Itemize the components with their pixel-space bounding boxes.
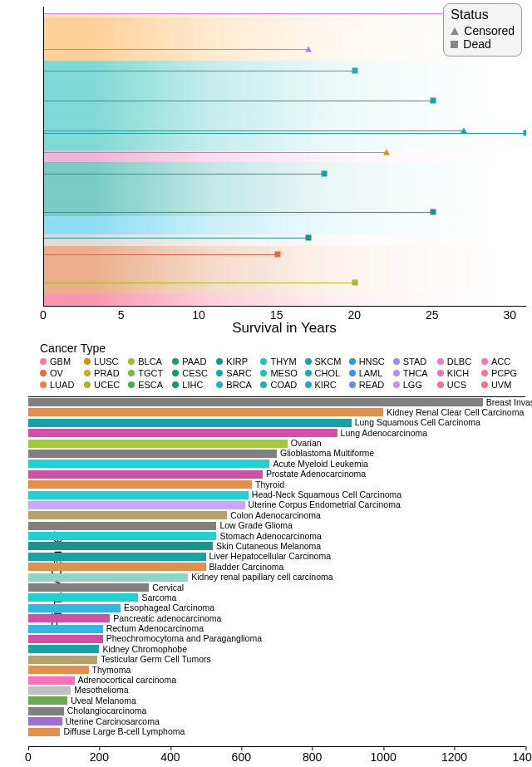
bar-label: Esophageal Carcinoma — [124, 602, 214, 612]
bar-label: Adrenocortical carcinoma — [78, 675, 176, 685]
bar-row: Glioblastoma Multiforme — [28, 449, 525, 459]
cancer-type-item: CESC — [172, 368, 216, 378]
bar-x-tick: 1400 — [512, 750, 532, 764]
bar — [28, 593, 138, 602]
bar — [28, 645, 99, 653]
bar-label: Uterine Carcinosarcoma — [66, 716, 160, 726]
bar-x-tick: 600 — [232, 750, 251, 764]
bar — [28, 532, 216, 540]
bar-x-tick: 1000 — [371, 750, 397, 764]
bar — [28, 511, 227, 519]
legend-dot-icon — [40, 370, 47, 376]
bar — [28, 583, 149, 592]
bar-label: Ovarian — [291, 438, 322, 448]
bar — [28, 429, 337, 437]
bar — [28, 522, 216, 530]
bar-label: Sarcoma — [141, 592, 176, 602]
bar-x-tick: 1200 — [441, 750, 467, 764]
scatter-x-tick: 5 — [118, 308, 125, 322]
cancer-type-item: BRCA — [216, 380, 260, 390]
bar-x-tick: 0 — [25, 750, 32, 764]
legend-dot-icon — [437, 370, 444, 376]
cancer-type-item: KIRC — [305, 380, 349, 390]
bar-chart: Primary Cancer Breast Invasive Carcinoma… — [28, 396, 525, 746]
legend-dot-icon — [393, 358, 400, 365]
bar-row: Uterine Corpus Endometrial Carcinoma — [28, 500, 525, 510]
bar-label: Skin Cutaneous Melanoma — [216, 541, 321, 551]
bar — [28, 614, 110, 622]
bar-label: Stomach Adenocarcinoma — [219, 531, 322, 541]
bar-label: Thymoma — [92, 665, 131, 675]
bar — [28, 460, 269, 468]
bar — [28, 542, 213, 550]
bar-label: Cholangiocarcinoma — [67, 706, 147, 715]
bar-label: Thyroid — [255, 479, 284, 489]
legend-dot-icon — [84, 370, 91, 376]
legend-dot-icon — [172, 358, 179, 365]
status-legend-title: Status — [451, 7, 515, 22]
cancer-type-item: CHOL — [305, 368, 349, 378]
legend-dot-icon — [128, 370, 135, 376]
bar-row: Cholangiocarcinoma — [28, 706, 525, 716]
bar-row: Adrenocortical carcinoma — [28, 676, 525, 686]
bar-label: Prostate Adenocarcinoma — [266, 469, 366, 479]
scatter-x-tick: 30 — [503, 308, 516, 322]
bar — [28, 440, 288, 448]
bar-row: Cervical — [28, 583, 525, 592]
bar — [28, 717, 62, 725]
bar — [28, 728, 60, 736]
bar-label: Diffuse Large B-cell Lymphoma — [63, 726, 185, 736]
bar-row: Breast Invasive Carcinoma — [28, 397, 525, 407]
scatter-x-tick: 15 — [270, 308, 283, 322]
bar-label: Mesothelioma — [74, 685, 128, 695]
legend-dot-icon — [172, 370, 179, 376]
cancer-type-item: KICH — [437, 368, 481, 378]
bar-row: Head-Neck Squamous Cell Carcinoma — [28, 490, 525, 500]
cancer-type-item: LIHC — [172, 380, 216, 390]
bar-label: Uveal Melanoma — [71, 696, 136, 706]
cancer-type-item: THYM — [260, 356, 304, 366]
bar-row: Esophageal Carcinoma — [28, 603, 525, 613]
bar-label: Pheochromocytoma and Paraganglioma — [106, 633, 262, 643]
cancer-type-item: ESCA — [128, 380, 172, 390]
bar-row: Liver Hepatocellular Carcinoma — [28, 552, 525, 562]
bar — [28, 696, 67, 705]
cancer-type-legend-title: Cancer Type — [40, 342, 525, 355]
triangle-icon — [451, 27, 459, 35]
square-icon — [451, 41, 458, 48]
bar-row: Bladder Carcinoma — [28, 562, 525, 572]
cancer-type-item: STAD — [393, 356, 437, 366]
scatter-x-tick: 25 — [426, 308, 439, 322]
cancer-type-item: UCEC — [84, 380, 128, 390]
legend-dot-icon — [393, 370, 400, 376]
bar — [28, 666, 89, 674]
cancer-type-item: SKCM — [305, 356, 349, 366]
bar-label: Head-Neck Squamous Cell Carcinoma — [252, 489, 401, 499]
legend-dot-icon — [84, 358, 91, 365]
bar-x-tick: 800 — [303, 750, 322, 764]
bar — [28, 480, 252, 489]
status-legend-item-censored: Censored — [451, 24, 515, 37]
cancer-type-item: LUSC — [84, 356, 128, 366]
legend-dot-icon — [437, 381, 444, 388]
bar-label: Bladder Carcinoma — [209, 562, 284, 572]
bar-label: Kidney Renal Clear Cell Carcinoma — [387, 407, 524, 417]
bar-row: Pheochromocytoma and Paraganglioma — [28, 634, 525, 644]
bar-label: Liver Hepatocellular Carcinoma — [209, 551, 331, 561]
bar-row: Sarcoma — [28, 592, 525, 602]
cancer-type-item: PCPG — [481, 368, 525, 378]
cancer-type-item: PAAD — [172, 356, 216, 366]
legend-dot-icon — [84, 381, 91, 388]
status-legend: Status Censored Dead — [443, 3, 522, 57]
bar-label: Testicular Germ Cell Tumors — [101, 654, 210, 664]
legend-dot-icon — [172, 381, 179, 388]
legend-dot-icon — [216, 358, 223, 365]
legend-dot-icon — [216, 370, 223, 376]
cancer-type-item: PRAD — [84, 368, 128, 378]
bar — [28, 676, 75, 685]
legend-dot-icon — [481, 358, 488, 365]
cancer-type-item: ACC — [481, 356, 525, 366]
bar-row: Prostate Adenocarcinoma — [28, 470, 525, 479]
legend-dot-icon — [349, 358, 356, 365]
legend-dot-icon — [128, 381, 135, 388]
